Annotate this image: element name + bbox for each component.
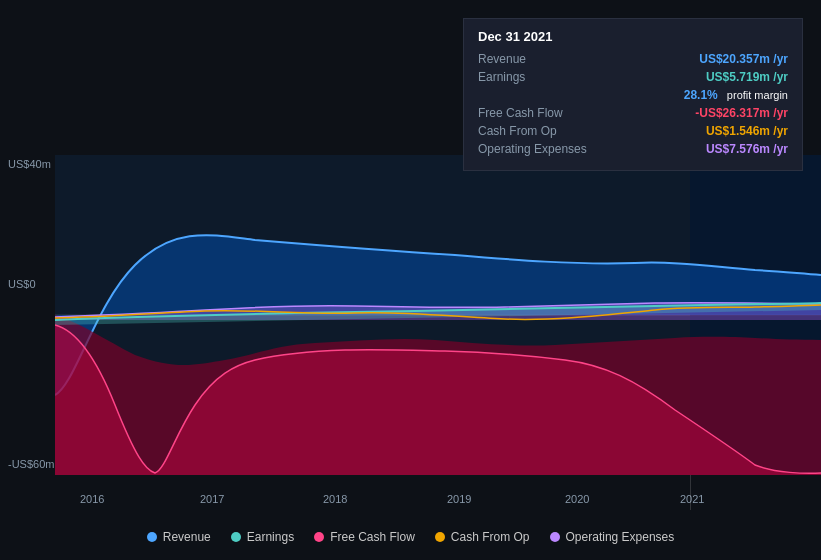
y-label-bot: -US$60m <box>8 458 54 470</box>
revenue-dot <box>147 532 157 542</box>
legend-fcf: Free Cash Flow <box>314 530 415 544</box>
tooltip-card: Dec 31 2021 Revenue US$20.357m /yr Earni… <box>463 18 803 171</box>
x-label-2020: 2020 <box>565 493 589 505</box>
fcf-legend-label: Free Cash Flow <box>330 530 415 544</box>
x-label-2019: 2019 <box>447 493 471 505</box>
revenue-legend-label: Revenue <box>163 530 211 544</box>
earnings-value: US$5.719m /yr <box>706 70 788 84</box>
fcf-dot <box>314 532 324 542</box>
opex-label: Operating Expenses <box>478 142 608 156</box>
revenue-value: US$20.357m /yr <box>699 52 788 66</box>
x-label-2018: 2018 <box>323 493 347 505</box>
cashfromop-value: US$1.546m /yr <box>706 124 788 138</box>
legend: Revenue Earnings Free Cash Flow Cash Fro… <box>0 530 821 544</box>
y-label-top: US$40m <box>8 158 51 170</box>
tooltip-cashfromop-row: Cash From Op US$1.546m /yr <box>478 124 788 138</box>
earnings-dot <box>231 532 241 542</box>
opex-dot <box>550 532 560 542</box>
tooltip-earnings-row: Earnings US$5.719m /yr <box>478 70 788 84</box>
margin-value: 28.1% <box>684 88 718 102</box>
legend-opex: Operating Expenses <box>550 530 675 544</box>
tooltip-opex-row: Operating Expenses US$7.576m /yr <box>478 142 788 156</box>
margin-label: profit margin <box>724 89 788 101</box>
x-label-2021: 2021 <box>680 493 704 505</box>
tooltip-date: Dec 31 2021 <box>478 29 788 44</box>
tooltip-revenue-row: Revenue US$20.357m /yr <box>478 52 788 66</box>
tooltip-fcf-row: Free Cash Flow -US$26.317m /yr <box>478 106 788 120</box>
x-label-2016: 2016 <box>80 493 104 505</box>
chart-svg <box>55 155 821 475</box>
cashfromop-label: Cash From Op <box>478 124 608 138</box>
cashfromop-dot <box>435 532 445 542</box>
earnings-legend-label: Earnings <box>247 530 294 544</box>
legend-revenue: Revenue <box>147 530 211 544</box>
legend-cashfromop: Cash From Op <box>435 530 530 544</box>
opex-legend-label: Operating Expenses <box>566 530 675 544</box>
x-label-2017: 2017 <box>200 493 224 505</box>
legend-earnings: Earnings <box>231 530 294 544</box>
y-label-mid: US$0 <box>8 278 36 290</box>
fcf-label: Free Cash Flow <box>478 106 608 120</box>
cashfromop-legend-label: Cash From Op <box>451 530 530 544</box>
earnings-label: Earnings <box>478 70 608 84</box>
revenue-label: Revenue <box>478 52 608 66</box>
fcf-value: -US$26.317m /yr <box>695 106 788 120</box>
opex-value: US$7.576m /yr <box>706 142 788 156</box>
tooltip-margin-row: 28.1% profit margin <box>478 88 788 102</box>
